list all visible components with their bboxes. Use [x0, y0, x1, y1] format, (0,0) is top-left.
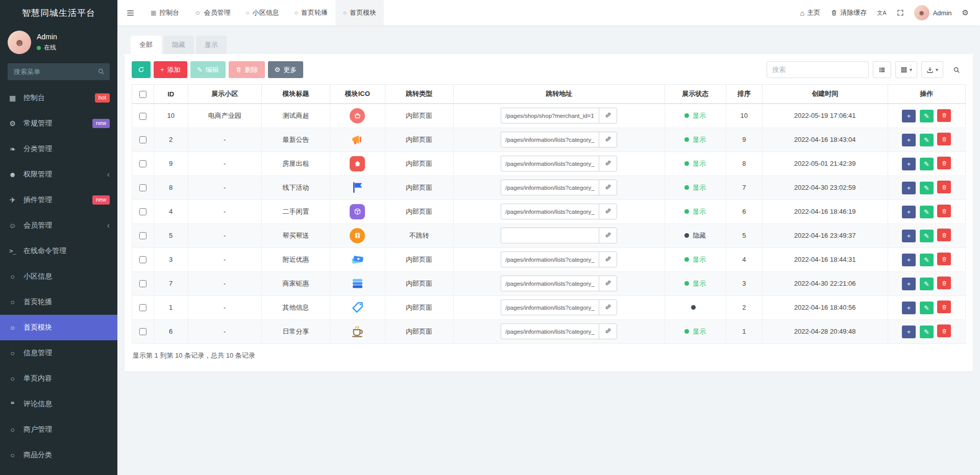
url-input[interactable] — [501, 156, 599, 171]
url-input[interactable] — [501, 276, 599, 291]
add-button[interactable]: + 添加 — [154, 61, 187, 78]
sidebar-item[interactable]: ▦ 控制台 hot — [0, 85, 117, 111]
status-badge[interactable] — [691, 305, 699, 310]
refresh-button[interactable] — [132, 61, 151, 78]
status-badge[interactable]: 显示 — [684, 279, 706, 288]
select-all-checkbox[interactable] — [139, 91, 146, 98]
link-button[interactable] — [599, 180, 617, 195]
row-add-button[interactable]: + — [902, 326, 916, 338]
topbar-tab[interactable]: ○ 首页模块 — [335, 0, 384, 26]
row-edit-button[interactable]: ✎ — [920, 230, 934, 242]
link-button[interactable] — [599, 132, 617, 147]
status-badge[interactable]: 显示 — [684, 159, 706, 168]
link-button[interactable] — [599, 156, 617, 171]
row-add-button[interactable]: + — [902, 230, 916, 242]
column-header[interactable]: ID — [154, 85, 188, 104]
row-checkbox[interactable] — [139, 328, 146, 335]
filter-tab[interactable]: 显示 — [196, 36, 227, 54]
row-edit-button[interactable]: ✎ — [920, 158, 934, 170]
row-checkbox[interactable] — [139, 136, 146, 143]
filter-tab[interactable]: 全部 — [131, 36, 161, 54]
table-search-input[interactable] — [767, 61, 869, 78]
url-input[interactable] — [501, 108, 599, 123]
column-header[interactable]: 创建时间 — [762, 85, 888, 104]
row-checkbox[interactable] — [139, 160, 146, 167]
topbar-tab[interactable]: ☺ 会员管理 — [187, 0, 238, 26]
link-button[interactable] — [599, 204, 617, 219]
column-header[interactable]: 操作 — [888, 85, 965, 104]
row-delete-button[interactable] — [937, 253, 951, 265]
sidebar-search-input[interactable] — [8, 63, 110, 80]
status-badge[interactable]: 显示 — [684, 111, 706, 120]
link-button[interactable] — [599, 299, 617, 315]
link-button[interactable] — [599, 252, 617, 267]
row-add-button[interactable]: + — [902, 254, 916, 266]
row-add-button[interactable]: + — [902, 158, 916, 170]
url-input[interactable] — [501, 228, 599, 243]
row-checkbox[interactable] — [139, 113, 146, 120]
link-button[interactable] — [599, 108, 617, 123]
column-header[interactable]: 排序 — [726, 85, 762, 104]
row-delete-button[interactable] — [937, 157, 951, 169]
search-toggle-button[interactable] — [947, 61, 966, 78]
language-button[interactable]: 文A — [872, 0, 891, 26]
sidebar-item[interactable]: ○ 商品分类 — [0, 442, 117, 468]
sidebar-item[interactable]: ☺ 会员管理 ‹ — [0, 213, 117, 238]
row-delete-button[interactable] — [937, 301, 951, 313]
row-delete-button[interactable] — [937, 181, 951, 193]
sidebar-item[interactable]: ○ 首页轮播 — [0, 289, 117, 315]
sidebar-item[interactable]: ○ 首页模块 — [0, 315, 117, 340]
view-list-button[interactable] — [873, 61, 891, 78]
column-header[interactable]: 展示小区 — [188, 85, 261, 104]
url-input[interactable] — [501, 252, 599, 267]
topbar-tab[interactable]: ○ 小区信息 — [238, 0, 287, 26]
row-edit-button[interactable]: ✎ — [920, 254, 934, 266]
status-badge[interactable]: 显示 — [684, 183, 706, 192]
row-add-button[interactable]: + — [902, 110, 916, 122]
url-input[interactable] — [501, 299, 599, 315]
sidebar-item[interactable]: ⚙ 常规管理 new — [0, 111, 117, 136]
sidebar-item[interactable]: ○ 小区信息 — [0, 264, 117, 289]
sidebar-item[interactable]: ❝ 评论信息 — [0, 391, 117, 417]
sidebar-item[interactable]: ○ 单页内容 — [0, 366, 117, 391]
url-input[interactable] — [501, 180, 599, 195]
column-header[interactable]: 跳转类型 — [385, 85, 453, 104]
row-edit-button[interactable]: ✎ — [920, 182, 934, 194]
row-checkbox[interactable] — [139, 208, 146, 215]
row-checkbox[interactable] — [139, 184, 146, 191]
row-edit-button[interactable]: ✎ — [920, 110, 934, 122]
more-button[interactable]: ⚙ 更多 — [268, 61, 304, 78]
url-input[interactable] — [501, 204, 599, 219]
settings-button[interactable]: ⚙ — [957, 0, 974, 26]
row-checkbox[interactable] — [139, 232, 146, 239]
status-badge[interactable]: 显示 — [684, 135, 706, 144]
topbar-user[interactable]: ☻ Admin — [909, 0, 957, 26]
clear-cache-link[interactable]: 清除缓存 — [825, 0, 872, 26]
row-checkbox[interactable] — [139, 280, 146, 287]
row-add-button[interactable]: + — [902, 278, 916, 290]
url-input[interactable] — [501, 323, 599, 339]
row-delete-button[interactable] — [937, 205, 951, 217]
home-link[interactable]: ⌂ 主页 — [795, 0, 825, 26]
topbar-tab[interactable]: ▦ 控制台 — [143, 0, 187, 26]
row-add-button[interactable]: + — [902, 134, 916, 146]
link-button[interactable] — [599, 228, 617, 243]
sidebar-item[interactable]: ○ 商户管理 — [0, 417, 117, 442]
columns-button[interactable]: ▾ — [895, 61, 917, 78]
row-edit-button[interactable]: ✎ — [920, 278, 934, 290]
row-delete-button[interactable] — [937, 133, 951, 145]
sidebar-item[interactable]: ❧ 分类管理 — [0, 136, 117, 162]
column-header[interactable]: 模块标题 — [261, 85, 330, 104]
row-delete-button[interactable] — [937, 109, 951, 122]
row-edit-button[interactable]: ✎ — [920, 134, 934, 146]
row-add-button[interactable]: + — [902, 302, 916, 314]
brand-title[interactable]: 智慧同城生活平台 — [0, 0, 117, 26]
status-badge[interactable]: 隐藏 — [684, 231, 706, 240]
topbar-tab[interactable]: ○ 首页轮播 — [287, 0, 335, 26]
sidebar-item[interactable]: ○ 信息管理 — [0, 340, 117, 366]
column-header[interactable]: 跳转地址 — [453, 85, 665, 104]
filter-tab[interactable]: 隐藏 — [163, 36, 194, 54]
row-delete-button[interactable] — [937, 277, 951, 289]
column-header[interactable]: 展示状态 — [665, 85, 726, 104]
row-add-button[interactable]: + — [902, 182, 916, 194]
